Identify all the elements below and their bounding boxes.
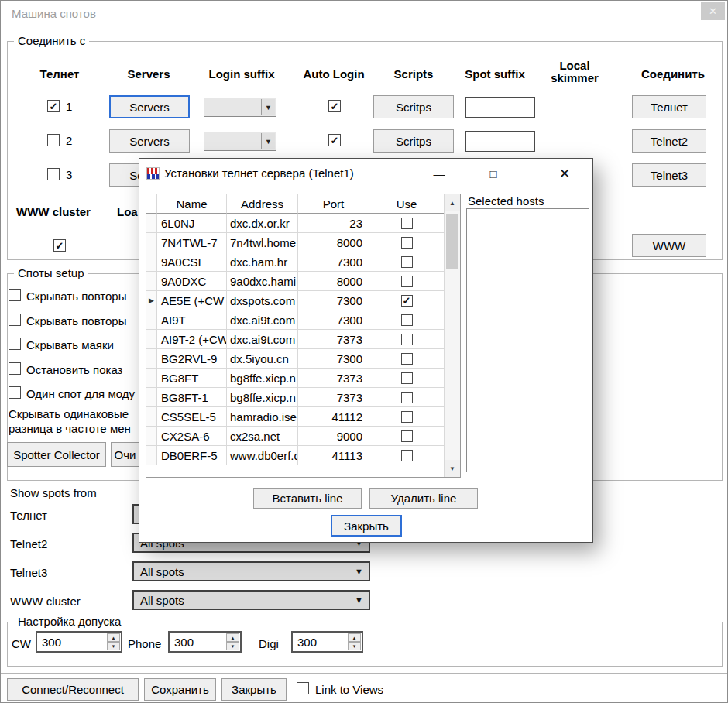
link-to-views-checkbox[interactable] — [297, 682, 309, 694]
servers-button[interactable]: Servers — [109, 95, 190, 118]
spotter-collector-button[interactable]: Spotter Collector — [7, 442, 106, 467]
delete-line-button[interactable]: Удалить line — [369, 488, 478, 509]
use-checkbox[interactable]: ✓ — [401, 295, 413, 307]
spin-down-icon[interactable]: ▼ — [348, 642, 361, 650]
server-table-row[interactable]: BG8FT-1 bg8ffe.xicp.n 7373 — [146, 388, 460, 407]
spots-option-label: Один спот для моду — [26, 387, 135, 400]
use-checkbox[interactable] — [401, 450, 413, 461]
use-checkbox[interactable] — [401, 353, 413, 365]
phone-tolerance-spinner[interactable]: 300 ▲ ▼ — [168, 631, 242, 653]
spin-up-icon[interactable]: ▲ — [107, 633, 120, 642]
www-connect-button[interactable]: WWW — [632, 234, 706, 257]
cell-address: 7n4twl.home — [227, 233, 298, 252]
server-table-row[interactable]: CX2SA-6 cx2sa.net 9000 — [146, 427, 460, 446]
dialog-close-action-button[interactable]: Закрыть — [331, 515, 402, 537]
telnet-enable-checkbox[interactable] — [47, 134, 60, 146]
login-suffix-dropdown[interactable]: ▼ — [204, 98, 276, 117]
spots-option-checkbox[interactable] — [9, 386, 21, 399]
www-enable-checkbox[interactable]: ✓ — [53, 239, 66, 252]
telnet-enable-checkbox[interactable]: ✓ — [47, 100, 60, 112]
use-checkbox[interactable] — [401, 411, 413, 423]
column-header-port[interactable]: Port — [298, 194, 369, 214]
server-table-row[interactable]: 6L0NJ dxc.dx.or.kr 23 — [146, 214, 460, 233]
minimize-button[interactable]: — — [420, 160, 458, 187]
cell-name: 7N4TWL-7 — [157, 233, 227, 252]
auto-login-checkbox[interactable]: ✓ — [328, 100, 341, 112]
column-header-name[interactable]: Name — [157, 194, 227, 214]
cell-name: BG2RVL-9 — [157, 349, 227, 369]
tolerance-group-label: Настройка допуска — [14, 615, 125, 628]
show-spots-row: WWW cluster All spots ▼ — [1, 587, 728, 616]
login-suffix-dropdown[interactable]: ▼ — [204, 132, 276, 151]
cell-use — [369, 310, 445, 330]
scripts-button[interactable]: Scritps — [373, 129, 454, 153]
use-checkbox[interactable] — [401, 430, 413, 442]
table-scrollbar[interactable]: ▲ ▼ — [444, 194, 460, 477]
row-number-label: 3 — [66, 168, 72, 181]
spin-up-icon[interactable]: ▲ — [348, 633, 361, 642]
cell-use — [369, 427, 445, 446]
servers-button[interactable]: Servers — [109, 129, 190, 153]
spin-down-icon[interactable]: ▼ — [226, 642, 239, 650]
column-header-use[interactable]: Use — [369, 194, 445, 214]
cell-address: cx2sa.net — [227, 427, 298, 446]
spots-option-label: Скрывать маяки — [26, 338, 114, 352]
scroll-up-icon[interactable]: ▲ — [445, 194, 460, 211]
telnet-enable-checkbox[interactable] — [47, 168, 60, 180]
scroll-down-icon[interactable]: ▼ — [445, 460, 460, 477]
connect-reconnect-button[interactable]: Connect/Reconnect — [7, 678, 139, 701]
use-checkbox[interactable] — [401, 218, 413, 229]
spots-option-label: Скрывать повторы — [26, 314, 126, 327]
clear-spots-button[interactable]: Очи — [111, 442, 139, 467]
column-header-address[interactable]: Address — [227, 194, 298, 214]
spot-suffix-input[interactable] — [465, 97, 535, 118]
use-checkbox[interactable] — [401, 256, 413, 268]
close-button[interactable]: ✕ — [701, 2, 725, 20]
telnet-connect-button[interactable]: Telnet3 — [632, 163, 706, 187]
close-button-main[interactable]: Закрыть — [221, 678, 287, 701]
spin-down-icon[interactable]: ▼ — [107, 642, 120, 650]
cw-tolerance-spinner[interactable]: 300 ▲ ▼ — [36, 631, 122, 653]
server-table-row[interactable]: BG2RVL-9 dx.5iyou.cn 7300 — [146, 349, 460, 369]
server-table-row[interactable]: CS5SEL-5 hamradio.ise 41112 — [146, 407, 460, 427]
row-marker-cell — [146, 214, 157, 233]
server-table-row[interactable]: BG8FT bg8ffe.xicp.n 7373 — [146, 369, 460, 388]
spot-filter-dropdown[interactable]: All spots ▼ — [132, 590, 370, 610]
telnet-connect-button[interactable]: Telnet2 — [632, 129, 706, 153]
server-table-row[interactable]: 9A0DXC 9a0dxc.hami 8000 — [146, 272, 460, 291]
use-checkbox[interactable] — [401, 276, 413, 287]
spots-option-checkbox[interactable] — [9, 289, 21, 301]
server-table-row[interactable]: DB0ERF-5 www.db0erf.d 41113 — [146, 446, 460, 465]
spots-option-checkbox[interactable] — [9, 314, 21, 326]
digi-tolerance-spinner[interactable]: 300 ▲ ▼ — [291, 631, 363, 653]
server-table-row[interactable]: 7N4TWL-7 7n4twl.home 8000 — [146, 233, 460, 252]
cell-address: dxc.ham.hr — [227, 252, 298, 272]
server-table-row[interactable]: AI9T dxc.ai9t.com 7300 — [146, 310, 460, 330]
spots-option-checkbox[interactable] — [9, 362, 21, 375]
server-table-row[interactable]: 9A0CSI dxc.ham.hr 7300 — [146, 252, 460, 272]
insert-line-button[interactable]: Вставить line — [253, 488, 362, 509]
scripts-button[interactable]: Scritps — [373, 95, 454, 118]
server-table-row[interactable]: AI9T-2 (+CW dxc.ai9t.com 7373 — [146, 330, 460, 349]
spin-up-icon[interactable]: ▲ — [226, 633, 239, 642]
use-checkbox[interactable] — [401, 314, 413, 326]
selected-hosts-listbox[interactable] — [466, 208, 589, 472]
dialog-close-button[interactable]: ✕ — [545, 160, 584, 187]
server-table-row[interactable]: ▶ AE5E (+CW dxspots.com 7300 ✓ — [146, 291, 460, 310]
cell-use — [369, 233, 445, 252]
source-label: WWW cluster — [10, 595, 81, 608]
use-checkbox[interactable] — [401, 334, 413, 345]
maximize-button[interactable]: □ — [474, 160, 513, 187]
telnet-connect-button[interactable]: Телнет — [632, 95, 706, 118]
use-checkbox[interactable] — [401, 372, 413, 384]
scrollbar-thumb[interactable] — [446, 214, 458, 269]
auto-login-checkbox[interactable]: ✓ — [328, 134, 341, 146]
use-checkbox[interactable] — [401, 392, 413, 403]
use-checkbox[interactable] — [401, 237, 413, 249]
save-button[interactable]: Сохранить — [144, 678, 216, 701]
spot-suffix-input[interactable] — [465, 131, 535, 152]
spots-option-checkbox[interactable] — [9, 338, 21, 350]
spot-filter-dropdown[interactable]: All spots ▼ — [132, 561, 370, 581]
cell-use — [369, 407, 445, 427]
header-scripts: Scripts — [383, 67, 445, 81]
